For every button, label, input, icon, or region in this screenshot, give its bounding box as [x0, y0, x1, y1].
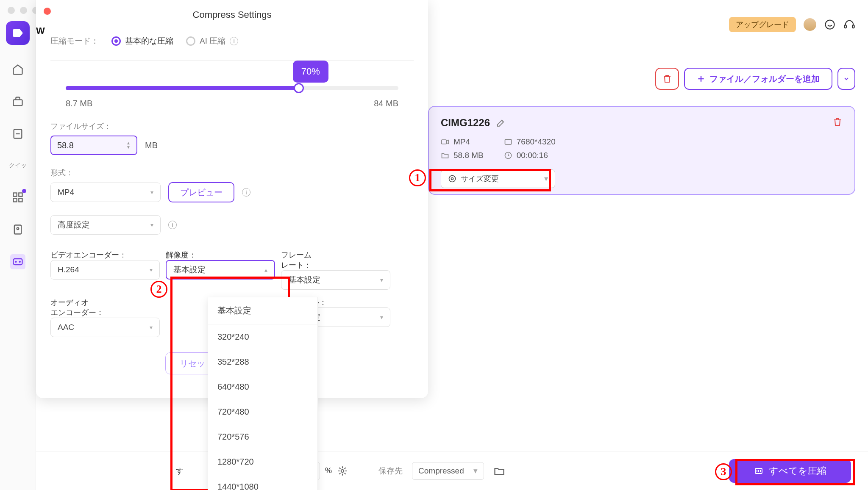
- filesize-value: 58.8: [57, 141, 74, 150]
- audio-encoder-label: オーディオ エンコーダー：: [50, 297, 161, 318]
- topbar-right: アップグレード: [729, 17, 855, 32]
- callout-box-3: [735, 459, 855, 485]
- framerate-label: フレーム レート：: [281, 250, 391, 270]
- add-file-menu-button[interactable]: [837, 68, 855, 90]
- svg-point-8: [17, 227, 19, 230]
- slider-min-label: 8.7 MB: [66, 99, 92, 108]
- filesize-label: ファイルサイズ：: [50, 121, 414, 131]
- file-format: MP4: [453, 137, 470, 147]
- svg-point-11: [19, 261, 20, 262]
- file-action-toolbar: ファイル／フォルダーを追加: [655, 68, 855, 90]
- chevron-down-icon: ▾: [150, 221, 153, 228]
- dropdown-option[interactable]: 352*288: [208, 349, 317, 374]
- framerate-value: 基本設定: [288, 274, 320, 285]
- audio-encoder-value: AAC: [58, 323, 74, 332]
- apps-icon[interactable]: [10, 190, 25, 205]
- svg-rect-4: [19, 193, 22, 197]
- document-icon[interactable]: [10, 126, 25, 141]
- svg-rect-5: [14, 198, 17, 202]
- compress-tab-icon[interactable]: [10, 254, 25, 269]
- chat-icon[interactable]: [824, 19, 836, 30]
- toolbox-icon[interactable]: [10, 94, 25, 109]
- clear-all-button[interactable]: [655, 68, 679, 90]
- unit-mb: MB: [145, 141, 158, 150]
- preview-button[interactable]: プレビュー: [168, 182, 234, 202]
- upgrade-button[interactable]: アップグレード: [729, 17, 796, 32]
- radio-dot-on-icon: [111, 36, 121, 46]
- radio-basic-compress[interactable]: 基本的な圧縮: [111, 36, 173, 47]
- compress-slider[interactable]: 70% 8.7 MB 84 MB: [50, 86, 414, 108]
- radio-dot-off-icon: [186, 36, 195, 46]
- app-name-partial: W: [36, 25, 45, 36]
- info-icon[interactable]: i: [242, 188, 250, 197]
- svg-rect-15: [442, 140, 447, 144]
- dropdown-option[interactable]: 基本設定: [208, 297, 317, 324]
- info-icon[interactable]: i: [168, 221, 177, 229]
- dropdown-option[interactable]: 720*480: [208, 399, 317, 424]
- clipboard-icon[interactable]: [10, 222, 25, 237]
- svg-rect-6: [19, 198, 22, 202]
- dropdown-option[interactable]: 720*576: [208, 424, 317, 449]
- compress-mode-label: 圧縮モード：: [50, 36, 99, 47]
- home-icon[interactable]: [10, 62, 25, 77]
- output-folder-value: Compressed: [418, 466, 464, 476]
- format-select[interactable]: MP4 ▾: [50, 183, 161, 202]
- output-folder-select[interactable]: Compressed ▾: [412, 462, 484, 480]
- dot-grey-1: [8, 7, 15, 14]
- file-size: 58.8 MB: [453, 151, 484, 160]
- radio-basic-label: 基本的な圧縮: [125, 36, 173, 47]
- dropdown-option[interactable]: 640*480: [208, 374, 317, 399]
- quick-label: クイッ: [9, 162, 27, 169]
- dot-grey-2: [20, 7, 27, 14]
- chevron-down-icon: ▾: [150, 324, 153, 331]
- svg-point-12: [826, 20, 835, 29]
- left-sidebar: クイッ: [0, 0, 36, 490]
- add-file-button[interactable]: ファイル／フォルダーを追加: [684, 68, 832, 90]
- chevron-down-icon: ▾: [150, 266, 153, 273]
- video-encoder-select[interactable]: H.264▾: [50, 260, 160, 280]
- resolution-value: 基本設定: [173, 264, 206, 275]
- dropdown-option[interactable]: 1440*1080: [208, 474, 317, 490]
- file-resolution: 7680*4320: [517, 137, 556, 147]
- folder-icon: [441, 151, 449, 160]
- open-folder-icon[interactable]: [493, 465, 505, 477]
- gear-icon[interactable]: [337, 465, 348, 476]
- radio-ai-compress[interactable]: AI 圧縮 i: [186, 36, 238, 47]
- callout-number-1: 1: [409, 169, 426, 186]
- advanced-select[interactable]: 高度設定 ▾: [50, 215, 161, 235]
- format-value: MP4: [58, 188, 74, 197]
- dropdown-option[interactable]: 1280*720: [208, 449, 317, 474]
- audio-encoder-select[interactable]: AAC▾: [50, 318, 160, 337]
- chevron-down-icon: ▾: [380, 314, 383, 321]
- video-encoder-label: ビデオエンコーダー：: [50, 250, 161, 260]
- plus-icon: [697, 75, 705, 83]
- slider-max-label: 84 MB: [374, 99, 398, 108]
- slider-percent-badge: 70%: [293, 61, 328, 83]
- add-file-label: ファイル／フォルダーを追加: [709, 73, 820, 85]
- chevron-down-icon: ▾: [473, 466, 478, 476]
- framerate-select[interactable]: 基本設定▾: [281, 270, 390, 290]
- resolution-label: 解像度：: [166, 250, 276, 260]
- file-duration: 00:00:16: [517, 151, 548, 160]
- edit-icon[interactable]: [496, 118, 506, 128]
- radio-ai-label: AI 圧縮: [200, 36, 225, 47]
- video-icon: [441, 138, 449, 146]
- callout-box-1: [429, 169, 551, 191]
- callout-number-3: 3: [715, 463, 732, 480]
- advanced-value: 高度設定: [58, 219, 90, 230]
- svg-point-10: [15, 261, 16, 262]
- info-icon[interactable]: i: [230, 37, 238, 45]
- support-icon[interactable]: [843, 19, 855, 30]
- dialog-title: Compress Settings: [50, 9, 414, 20]
- slider-handle[interactable]: [294, 83, 304, 93]
- chevron-down-icon: ▾: [380, 277, 383, 283]
- svg-point-20: [341, 469, 344, 472]
- filesize-input[interactable]: 58.8 ▲▼: [50, 136, 137, 155]
- callout-number-2: 2: [150, 281, 167, 298]
- dropdown-option[interactable]: 320*240: [208, 324, 317, 349]
- svg-rect-16: [505, 139, 511, 144]
- close-dot-icon[interactable]: [44, 8, 51, 15]
- avatar-icon[interactable]: [804, 18, 816, 31]
- file-trash-icon[interactable]: [832, 117, 843, 127]
- stepper-down-icon[interactable]: ▼: [126, 145, 131, 149]
